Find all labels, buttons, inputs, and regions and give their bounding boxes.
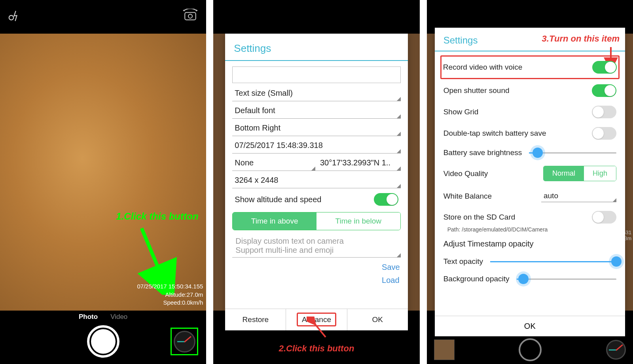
row-coords: None 30°17'33.2993"N 1.. [232, 154, 400, 171]
switch-camera-icon[interactable] [182, 9, 198, 25]
svg-rect-1 [185, 13, 196, 20]
camera-overlay-info: 07/25/2017 15:50:34.155 Altitude:27.0m S… [137, 282, 203, 307]
vq-high[interactable]: High [584, 166, 616, 181]
altitude-speed-toggle[interactable] [374, 193, 398, 206]
flash-icon[interactable] [8, 9, 21, 25]
white-balance-label: White Balance [443, 192, 492, 201]
ok-button[interactable]: OK [347, 309, 408, 330]
sd-card-toggle[interactable] [592, 211, 616, 224]
row-text-opacity: Text opacity [442, 253, 618, 270]
font-label: Default font [235, 106, 275, 115]
battery-bright-slider[interactable] [529, 152, 616, 154]
dialog-footer: Restore Advance OK [225, 309, 407, 330]
load-link[interactable]: Load [382, 276, 400, 285]
advance-button-wrap[interactable]: Advance [286, 309, 347, 330]
phone-screenshot-3: 8.531 133m Settings 3.Turn on this item … [427, 0, 633, 364]
row-record-voice: Record video with voice [440, 55, 620, 79]
show-grid-toggle[interactable] [592, 106, 616, 118]
overlay-altitude: Altitude:27.0m [137, 291, 203, 299]
bg-opacity-label: Background opacity [443, 275, 510, 283]
text-opacity-slider[interactable] [490, 261, 616, 262]
row-double-tap: Double-tap switch battery save [442, 123, 618, 144]
custom-text-textarea[interactable]: Display custom text on camera Support mu… [232, 234, 400, 258]
dialog-title: Settings [225, 34, 407, 61]
double-tap-toggle[interactable] [592, 127, 616, 140]
sd-card-path: Path: /storage/emulated/0/DCIM/Camera [442, 226, 618, 233]
record-voice-label: Record video with voice [443, 63, 523, 72]
svg-marker-4 [183, 9, 185, 11]
overlay-timestamp: 07/25/2017 15:50:34.155 [137, 282, 203, 290]
row-sd-card: Store on the SD Card [442, 207, 618, 228]
tab-video[interactable]: Video [110, 313, 127, 321]
advance-button[interactable]: Advance [297, 313, 336, 326]
resolution-label: 3264 x 2448 [235, 176, 278, 185]
row-altitude-speed: Show altitude and speed [232, 188, 400, 210]
row-font[interactable]: Default font [232, 101, 400, 119]
svg-point-0 [9, 15, 13, 20]
annotation-step2: 2.Click this button [279, 343, 354, 354]
text-opacity-label: Text opacity [443, 257, 483, 266]
row-video-quality: Video Quality Normal High [442, 161, 618, 186]
dialog-body: Text size (Small) Default font Bottom Ri… [225, 61, 407, 309]
video-quality-segment: Normal High [543, 166, 616, 181]
bg-opacity-slider[interactable] [517, 279, 616, 280]
shutter-sound-label: Open shutter sound [443, 86, 510, 95]
battery-bright-label: Battery save brightness [443, 148, 522, 157]
video-quality-label: Video Quality [443, 169, 488, 178]
row-none[interactable]: None [235, 158, 313, 167]
phone-screenshot-2: Settings Text size (Small) Default font … [213, 0, 419, 364]
mode-tabs: Photo Video [0, 311, 206, 321]
phone-screenshot-1: 1.Click this button 07/25/2017 15:50:34.… [0, 0, 206, 364]
row-show-grid: Show Grid [442, 101, 618, 123]
custom-text-line2: Support multi-line and emoji [235, 246, 397, 255]
gallery-thumbnail[interactable] [434, 339, 455, 360]
camera-topbar [0, 0, 206, 34]
ok-button[interactable]: OK [435, 316, 625, 336]
show-grid-label: Show Grid [443, 108, 479, 116]
row-resolution[interactable]: 3264 x 2448 [232, 171, 400, 188]
svg-marker-3 [196, 9, 198, 11]
dialog-body: Record video with voice Open shutter sou… [435, 51, 625, 316]
vq-normal[interactable]: Normal [544, 166, 584, 181]
shutter-sound-toggle[interactable] [592, 84, 616, 97]
text-input[interactable] [232, 66, 400, 83]
seg-time-above[interactable]: Time in above [233, 212, 316, 230]
camera-settings-button[interactable] [171, 328, 198, 355]
row-shutter-sound: Open shutter sound [442, 80, 618, 101]
settings-dialog-advance: Settings 3.Turn on this item Record vide… [435, 28, 625, 336]
row-adjust-opacity-header: Adjust Timestamp opacity [442, 235, 618, 253]
row-gps[interactable]: 30°17'33.2993"N 1.. [320, 158, 398, 167]
camera-bottom-bar: Photo Video [0, 311, 206, 364]
shutter-button[interactable] [519, 338, 542, 361]
save-link[interactable]: Save [382, 263, 400, 272]
double-tap-label: Double-tap switch battery save [443, 129, 546, 138]
overlay-speed: Speed:0.0km/h [137, 299, 203, 307]
sd-card-label: Store on the SD Card [443, 213, 515, 222]
dial-icon[interactable] [606, 340, 626, 360]
row-datetime[interactable]: 07/25/2017 15:48:39.318 [232, 136, 400, 154]
row-battery-brightness: Battery save brightness [442, 144, 618, 161]
coords-label: 30°17'33.2993"N 1.. [320, 158, 390, 167]
shutter-button[interactable] [87, 325, 119, 358]
record-voice-toggle[interactable] [592, 61, 617, 74]
camera-viewfinder[interactable] [0, 34, 206, 311]
annotation-step1: 1.Click this button [116, 211, 198, 222]
none-label: None [235, 158, 254, 167]
camera-bottom-bar [427, 339, 633, 361]
tab-photo[interactable]: Photo [79, 313, 98, 321]
row-text-size[interactable]: Text size (Small) [232, 84, 400, 101]
adjust-opacity-label: Adjust Timestamp opacity [443, 239, 534, 248]
seg-time-below[interactable]: Time in below [316, 212, 400, 230]
restore-button[interactable]: Restore [225, 309, 286, 330]
annotation-step3: 3.Turn on this item [542, 34, 620, 44]
altitude-speed-label: Show altitude and speed [235, 195, 321, 204]
dial-icon [174, 331, 195, 353]
settings-dialog: Settings Text size (Small) Default font … [225, 34, 407, 330]
time-position-segment: Time in above Time in below [232, 212, 400, 230]
white-balance-select[interactable]: auto [541, 190, 616, 202]
custom-text-line1: Display custom text on camera [235, 237, 397, 246]
svg-point-2 [188, 14, 192, 18]
datetime-label: 07/25/2017 15:48:39.318 [235, 141, 322, 150]
row-bg-opacity: Background opacity [442, 270, 618, 288]
row-position[interactable]: Bottom Right [232, 119, 400, 136]
